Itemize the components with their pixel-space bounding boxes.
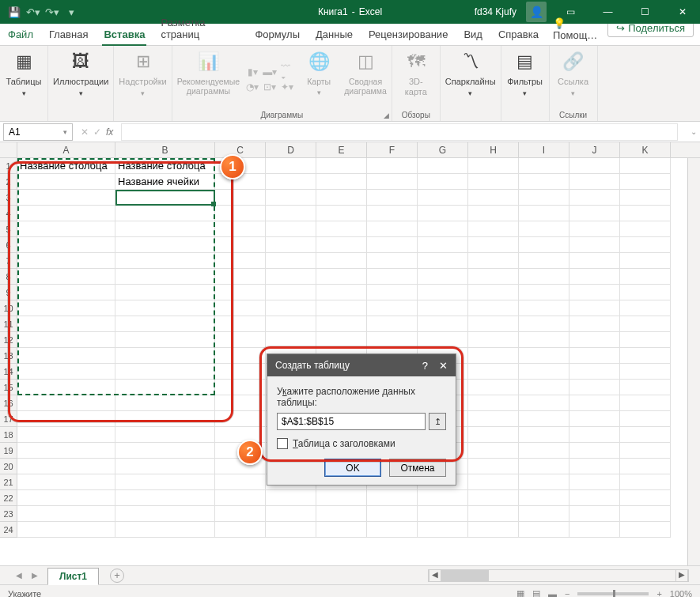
cell[interactable] (620, 490, 671, 506)
cell[interactable] (367, 300, 418, 316)
cell[interactable] (367, 332, 418, 348)
chart-types[interactable]: ▮▾▬▾〰▾◔▾⊡▾✦▾ (246, 49, 293, 109)
cell[interactable] (115, 269, 215, 285)
cell[interactable] (17, 285, 115, 300)
cell[interactable] (620, 411, 671, 427)
cell[interactable] (519, 174, 569, 190)
col-header[interactable]: F (367, 142, 418, 157)
cell[interactable] (468, 300, 519, 316)
horizontal-scrollbar[interactable]: ◀▶ (428, 569, 689, 582)
cell[interactable] (468, 174, 519, 190)
cell[interactable] (468, 380, 519, 395)
cell[interactable] (569, 380, 620, 395)
cell[interactable] (569, 269, 620, 285)
sheet-nav-prev-icon[interactable]: ◀ (16, 571, 22, 580)
cell[interactable] (519, 364, 569, 380)
cell[interactable] (519, 411, 569, 427)
row-header[interactable]: 2 (0, 174, 17, 190)
cell[interactable] (17, 474, 115, 490)
cell[interactable] (215, 411, 266, 427)
cell[interactable] (519, 348, 569, 364)
enter-formula-icon[interactable]: ✓ (93, 127, 101, 138)
cell[interactable] (468, 364, 519, 380)
cell[interactable] (17, 443, 115, 459)
cell[interactable] (519, 395, 569, 411)
row-header[interactable]: 24 (0, 522, 17, 538)
cell[interactable] (519, 474, 569, 490)
cell[interactable] (620, 253, 671, 269)
cell[interactable] (17, 190, 115, 206)
cell[interactable] (620, 380, 671, 395)
cell[interactable] (115, 411, 215, 427)
cell[interactable] (418, 522, 468, 538)
save-icon[interactable]: 💾 (6, 4, 22, 20)
cell[interactable] (215, 206, 266, 221)
cell[interactable] (367, 190, 418, 206)
cell[interactable] (620, 459, 671, 474)
cell[interactable] (468, 443, 519, 459)
cell[interactable] (620, 221, 671, 237)
cell[interactable] (115, 253, 215, 269)
cell[interactable] (115, 474, 215, 490)
cell[interactable] (569, 490, 620, 506)
cell[interactable] (115, 427, 215, 443)
cell[interactable] (468, 506, 519, 522)
add-sheet-button[interactable]: + (110, 569, 124, 583)
cell[interactable] (569, 158, 620, 174)
cell[interactable] (266, 237, 316, 253)
addins-button[interactable]: ⊞Надстройки▾ (119, 49, 166, 109)
tab-file[interactable]: Файл (0, 25, 41, 45)
cell[interactable] (266, 190, 316, 206)
cell[interactable] (266, 300, 316, 316)
cell[interactable] (115, 332, 215, 348)
tab-insert[interactable]: Вставка (96, 25, 153, 45)
cell[interactable] (468, 206, 519, 221)
row-header[interactable]: 18 (0, 427, 17, 443)
cell[interactable] (215, 332, 266, 348)
cell[interactable] (468, 474, 519, 490)
cell[interactable] (569, 332, 620, 348)
qat-more-icon[interactable]: ▾ (63, 4, 79, 20)
row-header[interactable]: 22 (0, 490, 17, 506)
3d-map-button[interactable]: 🗺3D- карта (397, 49, 435, 109)
cell[interactable] (468, 395, 519, 411)
cell[interactable]: Название столбца (115, 158, 215, 174)
row-header[interactable]: 11 (0, 316, 17, 332)
cell[interactable] (468, 221, 519, 237)
cell[interactable] (115, 348, 215, 364)
cell[interactable] (418, 285, 468, 300)
cell[interactable] (620, 522, 671, 538)
cell[interactable] (17, 237, 115, 253)
ok-button[interactable]: OK (324, 459, 381, 477)
cell[interactable] (115, 221, 215, 237)
cell[interactable] (17, 206, 115, 221)
select-all-corner[interactable] (0, 142, 17, 157)
cell[interactable] (468, 332, 519, 348)
cell[interactable] (569, 411, 620, 427)
cell[interactable] (17, 380, 115, 395)
zoom-slider[interactable] (577, 592, 649, 595)
cell[interactable] (215, 237, 266, 253)
cell[interactable] (569, 253, 620, 269)
cell[interactable] (468, 253, 519, 269)
cell[interactable] (17, 332, 115, 348)
cell[interactable] (266, 269, 316, 285)
cell[interactable] (215, 253, 266, 269)
cell[interactable] (215, 380, 266, 395)
cell[interactable] (316, 316, 367, 332)
cell[interactable] (519, 506, 569, 522)
undo-icon[interactable]: ↶▾ (25, 4, 41, 20)
cell[interactable] (17, 316, 115, 332)
cell[interactable] (569, 506, 620, 522)
cell[interactable] (519, 490, 569, 506)
cell[interactable] (620, 427, 671, 443)
cell[interactable] (620, 190, 671, 206)
row-header[interactable]: 3 (0, 190, 17, 206)
row-header[interactable]: 6 (0, 237, 17, 253)
row-header[interactable]: 7 (0, 253, 17, 269)
cell[interactable] (569, 459, 620, 474)
cell[interactable] (569, 190, 620, 206)
cell[interactable] (418, 237, 468, 253)
cell[interactable] (418, 316, 468, 332)
cell[interactable] (266, 174, 316, 190)
